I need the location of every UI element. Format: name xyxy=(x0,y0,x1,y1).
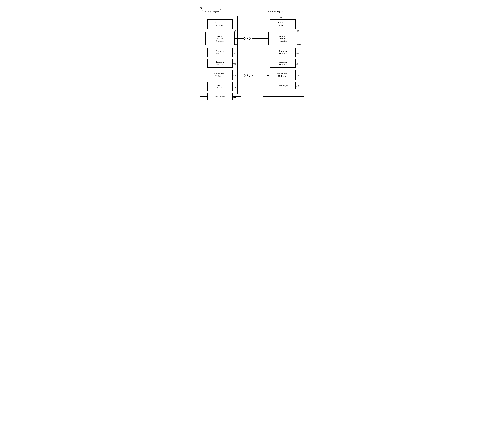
web-browser-primary: Web BrowserApplication xyxy=(207,19,233,29)
circle-b-left: B xyxy=(244,74,248,77)
requesting-alternate: RequestingMechanism xyxy=(270,59,296,68)
ref-322-primary: 322 xyxy=(233,52,236,54)
bookmark-transfer-alternate: BookmarkTransferMechanism xyxy=(269,32,297,45)
requesting-primary: RequestingMechanism xyxy=(207,59,233,68)
circle-b-right: B xyxy=(249,74,253,77)
ref-312-alternate: 312 xyxy=(296,85,299,87)
ref-122-alternate: 122 xyxy=(296,30,299,32)
ref-123-alternate: 123 xyxy=(298,44,301,45)
ref-326-primary: 326 xyxy=(233,75,236,77)
bookmark-transfer-primary: BookmarkTransferMechanism xyxy=(205,32,235,45)
server-program-primary: Server Program xyxy=(207,93,233,100)
ref-124-primary: 124 xyxy=(233,87,236,89)
primary-memory-label: Memory xyxy=(217,17,224,19)
alternate-computer-label: Alternate Computer xyxy=(268,11,283,12)
ref-312-primary: 312 xyxy=(233,96,236,98)
access-control-alternate: Access ControlMechanism xyxy=(269,69,296,80)
server-program-alternate: Server Program xyxy=(270,82,296,89)
ref-324-alternate: 324 xyxy=(296,63,299,65)
ref-122-primary: 122 xyxy=(234,30,236,32)
bookmark-info-primary: BookmarkInformation xyxy=(207,82,233,91)
primary-computer-label: Primary Computer xyxy=(205,11,219,12)
ref-326-alternate: 326 xyxy=(296,75,299,77)
ref-310: 310 xyxy=(219,9,222,11)
ref-324-primary: 324 xyxy=(233,63,236,65)
circle-a-left: A xyxy=(244,37,248,40)
translation-primary: TranslationMechanism xyxy=(207,48,233,57)
access-control-primary: Access ControlMechanism xyxy=(206,69,233,80)
translation-alternate: TranslationMechanism xyxy=(270,48,296,57)
circle-a-right: A xyxy=(249,37,253,40)
web-browser-alternate: Web BrowserApplication xyxy=(270,19,296,29)
diagram-number: 300 xyxy=(200,7,202,9)
ref-123-primary: 123 xyxy=(235,44,237,45)
diagram-container: 300 Primary Computer 310 Memory Web Brow… xyxy=(198,5,306,99)
diagram-label: 300 xyxy=(200,7,202,9)
ref-314: 314 xyxy=(283,9,286,11)
alternate-memory-label: Memory xyxy=(280,17,287,19)
ref-322-alternate: 322 xyxy=(296,52,299,54)
